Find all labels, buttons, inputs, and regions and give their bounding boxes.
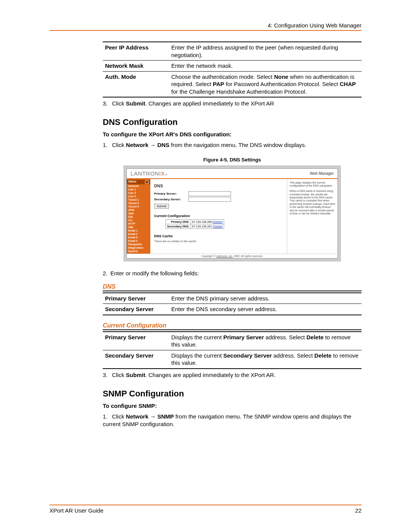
sidebar-item[interactable]: Tunnel 2 — [127, 201, 150, 205]
cell-label: Primary Server — [103, 332, 169, 350]
table-row: Primary DNS: 67.134.130.200[Delete] — [166, 219, 224, 224]
primary-server-input[interactable] — [188, 191, 231, 196]
dns-settings-screenshot: LANTRONIX® Web Manager Status Network Li… — [124, 166, 341, 261]
snmp-config-heading: SNMP Configuration — [103, 389, 362, 399]
step-text: 2.Enter or modify the following fields: — [103, 270, 362, 277]
dns-fields-table: Primary Server Enter the DNS primary ser… — [103, 292, 362, 315]
cell-desc: Enter the DNS secondary server address. — [169, 304, 362, 315]
step-text: 3. Click Submit. Changes are applied imm… — [103, 100, 362, 107]
help-panel: This page displays the current configura… — [287, 179, 338, 254]
sidebar-item[interactable]: Network — [127, 184, 150, 188]
current-config-fields-table: Primary Server Displays the current Prim… — [103, 331, 362, 369]
sidebar-item[interactable]: Line 1 — [127, 188, 150, 191]
panel-title: DNS — [154, 184, 283, 188]
sidebar-item[interactable]: Tunnel 1 — [127, 198, 150, 201]
sidebar-item[interactable]: Email 1 — [127, 229, 150, 232]
sidebar: Status Network Line 1 Line 2 Line 3 Tunn… — [127, 179, 150, 254]
web-manager-label: Web Manager — [310, 171, 334, 176]
footer-rule — [49, 505, 362, 505]
current-config-heading: Current Configuration — [154, 214, 283, 218]
header-rule — [49, 30, 362, 31]
cell-desc: Enter the DNS primary server address. — [169, 293, 362, 304]
sidebar-item[interactable]: System — [127, 249, 150, 253]
cell-label: Peer IP Address — [103, 42, 169, 61]
cell-desc: Enter the IP address assigned to the pee… — [169, 42, 362, 61]
cell-label: Secondary Server — [103, 304, 169, 315]
snmp-config-sub: To configure SNMP: — [103, 403, 362, 409]
dns-table-title: DNS — [103, 283, 362, 291]
delete-link[interactable]: [Delete] — [212, 225, 223, 228]
sidebar-item[interactable]: Diagnostics — [127, 246, 150, 249]
sidebar-item[interactable]: Email 2 — [127, 232, 150, 236]
sidebar-item[interactable]: CPM — [127, 208, 150, 212]
dns-config-heading: DNS Configuration — [103, 117, 362, 127]
current-config-table: Primary DNS: 67.134.130.200[Delete] Seco… — [166, 219, 224, 229]
cell-desc: Displays the current Secondary Server ad… — [169, 350, 362, 369]
sidebar-item[interactable]: SSL — [127, 215, 150, 219]
footer-left: XPort AR User Guide — [49, 507, 104, 514]
figure-footer: Copyright © Lantronix, Inc. 2005. All ri… — [127, 254, 338, 258]
step-text: 3. Click Submit. Changes are applied imm… — [103, 371, 362, 379]
dns-cache-msg: There are no entries in the cache. — [154, 240, 283, 243]
sidebar-item[interactable]: CLI — [127, 219, 150, 222]
cell-label: Network Mask — [103, 61, 169, 72]
sidebar-item[interactable]: Line 3 — [127, 195, 150, 198]
table-row: Secondary Server Enter the DNS secondary… — [103, 304, 362, 315]
figure-caption: Figure 4-5. DNS Settings — [103, 157, 362, 163]
secondary-server-input[interactable] — [188, 197, 231, 202]
sidebar-item[interactable]: Email 3 — [127, 236, 150, 239]
primary-server-label: Primary Server: — [154, 192, 188, 195]
step-text: 1. Click Network → DNS from the navigati… — [103, 141, 362, 149]
sidebar-item[interactable]: HTTP — [127, 222, 150, 225]
gear-icon — [145, 180, 149, 184]
table-row: Peer IP Address Enter the IP address ass… — [103, 42, 362, 61]
cell-label: Secondary Server — [103, 350, 169, 369]
delete-link[interactable]: [Delete] — [212, 220, 223, 224]
table-row: Primary Server Enter the DNS primary ser… — [103, 293, 362, 304]
sidebar-item[interactable]: Email 4 — [127, 239, 150, 243]
dns-config-sub: To configure the XPort AR's DNS configur… — [103, 131, 362, 137]
cell-label: Auth. Mode — [103, 71, 169, 97]
table-row: Primary Server Displays the current Prim… — [103, 332, 362, 350]
peer-settings-table: Peer IP Address Enter the IP address ass… — [103, 42, 362, 97]
submit-button[interactable]: Submit — [154, 204, 169, 209]
secondary-server-label: Secondary Server: — [154, 198, 188, 201]
lantronix-logo: LANTRONIX® — [131, 170, 167, 177]
table-row: Network Mask Enter the network mask. — [103, 61, 362, 72]
cell-desc: Displays the current Primary Server addr… — [169, 332, 362, 350]
sidebar-item[interactable]: Line 2 — [127, 191, 150, 195]
current-config-table-title: Current Configuration — [103, 322, 362, 330]
table-row: Auth. Mode Choose the authentication mod… — [103, 71, 362, 97]
sidebar-item-status[interactable]: Status — [127, 180, 150, 184]
step-text: 1. Click Network → SNMP from the navigat… — [103, 413, 362, 428]
table-row: Secondary Server Displays the current Se… — [103, 350, 362, 369]
cell-label: Primary Server — [103, 293, 169, 304]
sidebar-item[interactable]: Tunnel 3 — [127, 205, 150, 208]
sidebar-item[interactable]: SSH — [127, 212, 150, 215]
page-number: 22 — [355, 507, 362, 514]
dns-cache-heading: DNS Cache — [154, 234, 283, 238]
cell-desc: Choose the authentication mode. Select N… — [169, 71, 362, 97]
sidebar-item[interactable]: XML — [127, 225, 150, 229]
cell-desc: Enter the network mask. — [169, 61, 362, 72]
page-header: 4: Configuration Using Web Manager — [268, 22, 362, 29]
sidebar-item[interactable]: Filesystem — [127, 243, 150, 246]
table-row: Secondary DNS: 67.134.130.201[Delete] — [166, 224, 224, 228]
